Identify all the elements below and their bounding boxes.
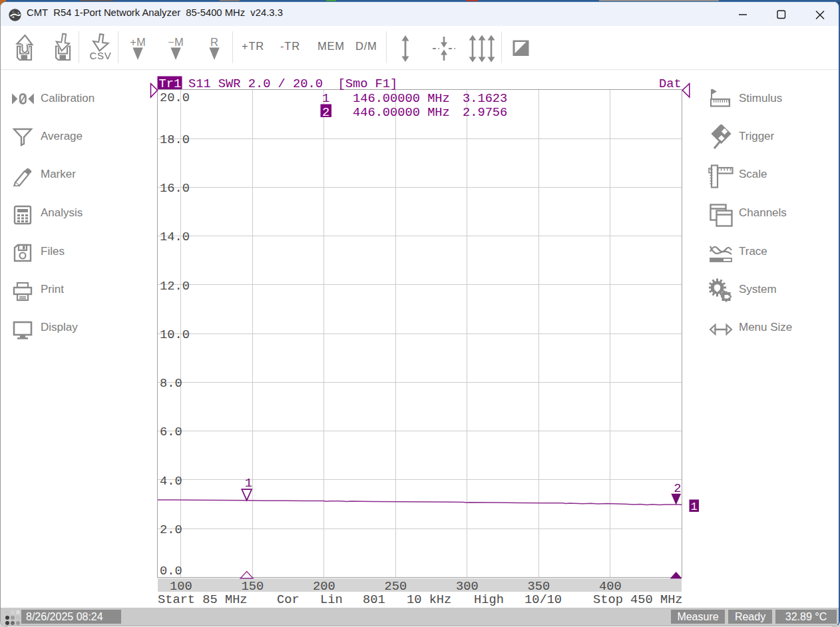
svg-text:100: 100 [170, 579, 192, 594]
svg-text:200: 200 [313, 579, 335, 594]
svg-text:1: 1 [245, 476, 252, 491]
svg-text:S11 SWR 2.0 / 20.0: S11 SWR 2.0 / 20.0 [188, 77, 323, 91]
svg-text:Dat: Dat [659, 77, 682, 91]
svg-text:16.0: 16.0 [160, 181, 190, 196]
svg-text:8.0: 8.0 [160, 376, 182, 391]
svg-text:350: 350 [527, 579, 550, 594]
svg-text:Tr1: Tr1 [159, 77, 182, 91]
svg-text:400: 400 [599, 579, 622, 594]
svg-text:3.1623: 3.1623 [463, 91, 507, 106]
svg-text:250: 250 [384, 579, 407, 594]
svg-text:300: 300 [456, 579, 479, 594]
svg-text:146.00000 MHz: 146.00000 MHz [353, 91, 450, 106]
svg-text:12.0: 12.0 [160, 279, 190, 294]
svg-text:10/10: 10/10 [525, 592, 562, 607]
svg-text:1: 1 [691, 501, 698, 513]
svg-text:18.0: 18.0 [160, 132, 190, 147]
svg-text:2: 2 [674, 481, 681, 496]
svg-text:Lin: Lin [320, 592, 343, 607]
svg-text:1: 1 [322, 91, 329, 106]
svg-text:Stop 450 MHz: Stop 450 MHz [593, 592, 683, 607]
svg-text:2.0: 2.0 [160, 522, 182, 537]
svg-text:High: High [474, 592, 504, 607]
svg-text:4.0: 4.0 [160, 474, 182, 489]
svg-text:2.9756: 2.9756 [463, 105, 507, 120]
svg-text:150: 150 [241, 579, 264, 594]
svg-text:446.00000 MHz: 446.00000 MHz [353, 105, 450, 120]
svg-text:10 kHz: 10 kHz [407, 592, 451, 607]
svg-text:6.0: 6.0 [160, 425, 182, 439]
svg-text:Start 85 MHz: Start 85 MHz [158, 592, 248, 607]
svg-text:Cor: Cor [277, 592, 300, 607]
svg-text:[Smo F1]: [Smo F1] [338, 77, 398, 91]
svg-text:0.0: 0.0 [160, 564, 182, 578]
svg-text:2: 2 [322, 105, 329, 120]
svg-text:14.0: 14.0 [160, 230, 190, 244]
svg-text:801: 801 [363, 592, 385, 607]
svg-text:20.0: 20.0 [160, 91, 190, 105]
svg-text:10.0: 10.0 [160, 327, 190, 342]
